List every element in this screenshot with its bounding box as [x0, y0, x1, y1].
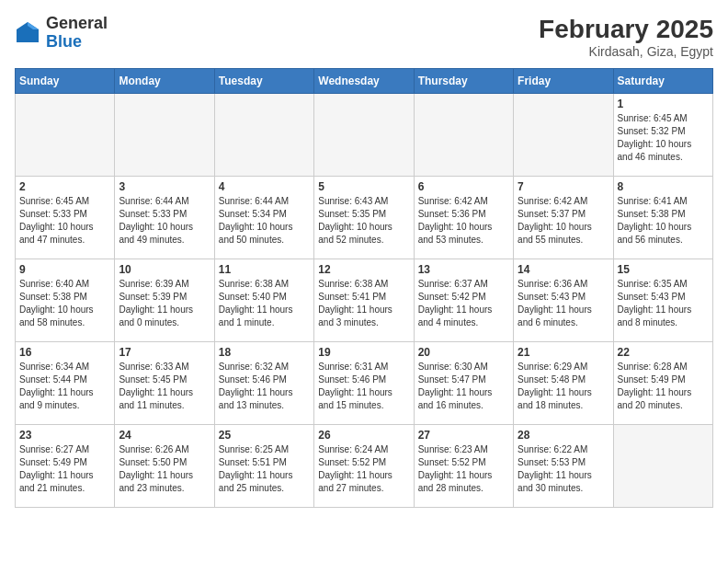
cell-details: Sunrise: 6:27 AM Sunset: 5:49 PM Dayligh… — [19, 443, 110, 495]
week-row-2: 2Sunrise: 6:45 AM Sunset: 5:33 PM Daylig… — [16, 177, 713, 259]
weekday-header-thursday: Thursday — [414, 69, 513, 94]
cell-details: Sunrise: 6:33 AM Sunset: 5:45 PM Dayligh… — [119, 361, 210, 412]
cell-details: Sunrise: 6:30 AM Sunset: 5:47 PM Dayligh… — [418, 361, 509, 412]
calendar-cell: 10Sunrise: 6:39 AM Sunset: 5:39 PM Dayli… — [115, 259, 214, 342]
weekday-header-row: SundayMondayTuesdayWednesdayThursdayFrid… — [16, 69, 713, 94]
calendar-cell: 2Sunrise: 6:45 AM Sunset: 5:33 PM Daylig… — [16, 177, 115, 259]
calendar-cell: 18Sunrise: 6:32 AM Sunset: 5:46 PM Dayli… — [214, 342, 313, 425]
week-row-1: 1Sunrise: 6:45 AM Sunset: 5:32 PM Daylig… — [16, 94, 713, 177]
logo-general-text: General — [46, 14, 108, 32]
day-number: 4 — [219, 180, 310, 193]
day-number: 10 — [119, 263, 210, 276]
cell-details: Sunrise: 6:45 AM Sunset: 5:32 PM Dayligh… — [618, 112, 709, 164]
cell-details: Sunrise: 6:25 AM Sunset: 5:51 PM Dayligh… — [219, 443, 310, 495]
day-number: 3 — [119, 180, 210, 193]
cell-details: Sunrise: 6:42 AM Sunset: 5:37 PM Dayligh… — [518, 195, 609, 247]
calendar-cell: 13Sunrise: 6:37 AM Sunset: 5:42 PM Dayli… — [414, 259, 513, 342]
location-text: Kirdasah, Giza, Egypt — [539, 44, 713, 59]
day-number: 9 — [19, 263, 110, 276]
cell-details: Sunrise: 6:35 AM Sunset: 5:43 PM Dayligh… — [618, 278, 709, 329]
day-number: 13 — [418, 263, 509, 276]
day-number: 27 — [418, 429, 509, 442]
page-header: General Blue February 2025 Kirdasah, Giz… — [15, 15, 713, 59]
calendar-cell: 21Sunrise: 6:29 AM Sunset: 5:48 PM Dayli… — [514, 342, 613, 425]
calendar-cell: 3Sunrise: 6:44 AM Sunset: 5:33 PM Daylig… — [115, 177, 214, 259]
day-number: 2 — [19, 180, 110, 193]
day-number: 21 — [518, 346, 609, 359]
day-number: 28 — [518, 429, 609, 442]
title-block: February 2025 Kirdasah, Giza, Egypt — [539, 15, 713, 59]
day-number: 20 — [418, 346, 509, 359]
calendar-cell: 19Sunrise: 6:31 AM Sunset: 5:46 PM Dayli… — [314, 342, 414, 425]
calendar-cell — [613, 425, 712, 508]
calendar-cell: 16Sunrise: 6:34 AM Sunset: 5:44 PM Dayli… — [16, 342, 115, 425]
day-number: 23 — [19, 429, 110, 442]
cell-details: Sunrise: 6:37 AM Sunset: 5:42 PM Dayligh… — [418, 278, 509, 329]
calendar-cell: 15Sunrise: 6:35 AM Sunset: 5:43 PM Dayli… — [613, 259, 712, 342]
logo-icon — [15, 20, 40, 46]
calendar-cell — [414, 94, 513, 177]
calendar-cell: 23Sunrise: 6:27 AM Sunset: 5:49 PM Dayli… — [16, 425, 115, 508]
day-number: 1 — [618, 98, 709, 110]
cell-details: Sunrise: 6:39 AM Sunset: 5:39 PM Dayligh… — [119, 278, 210, 329]
day-number: 14 — [518, 263, 609, 276]
week-row-3: 9Sunrise: 6:40 AM Sunset: 5:38 PM Daylig… — [16, 259, 713, 342]
weekday-header-sunday: Sunday — [16, 69, 115, 94]
day-number: 19 — [318, 346, 409, 359]
calendar-cell: 17Sunrise: 6:33 AM Sunset: 5:45 PM Dayli… — [115, 342, 214, 425]
calendar-cell: 22Sunrise: 6:28 AM Sunset: 5:49 PM Dayli… — [613, 342, 712, 425]
calendar-cell — [514, 94, 613, 177]
calendar-cell: 5Sunrise: 6:43 AM Sunset: 5:35 PM Daylig… — [314, 177, 414, 259]
day-number: 11 — [219, 263, 310, 276]
day-number: 6 — [418, 180, 509, 193]
day-number: 16 — [19, 346, 110, 359]
cell-details: Sunrise: 6:45 AM Sunset: 5:33 PM Dayligh… — [19, 195, 110, 247]
calendar-cell: 20Sunrise: 6:30 AM Sunset: 5:47 PM Dayli… — [414, 342, 513, 425]
weekday-header-wednesday: Wednesday — [314, 69, 414, 94]
calendar-cell: 4Sunrise: 6:44 AM Sunset: 5:34 PM Daylig… — [214, 177, 313, 259]
calendar-cell — [16, 94, 115, 177]
calendar-cell: 26Sunrise: 6:24 AM Sunset: 5:52 PM Dayli… — [314, 425, 414, 508]
weekday-header-monday: Monday — [115, 69, 214, 94]
month-title: February 2025 — [539, 15, 713, 44]
logo: General Blue — [15, 15, 108, 52]
cell-details: Sunrise: 6:36 AM Sunset: 5:43 PM Dayligh… — [518, 278, 609, 329]
calendar-cell: 9Sunrise: 6:40 AM Sunset: 5:38 PM Daylig… — [16, 259, 115, 342]
calendar-cell: 24Sunrise: 6:26 AM Sunset: 5:50 PM Dayli… — [115, 425, 214, 508]
day-number: 18 — [219, 346, 310, 359]
week-row-4: 16Sunrise: 6:34 AM Sunset: 5:44 PM Dayli… — [16, 342, 713, 425]
calendar-cell: 25Sunrise: 6:25 AM Sunset: 5:51 PM Dayli… — [214, 425, 313, 508]
cell-details: Sunrise: 6:42 AM Sunset: 5:36 PM Dayligh… — [418, 195, 509, 247]
day-number: 26 — [318, 429, 409, 442]
day-number: 25 — [219, 429, 310, 442]
day-number: 22 — [618, 346, 709, 359]
calendar-cell: 27Sunrise: 6:23 AM Sunset: 5:52 PM Dayli… — [414, 425, 513, 508]
cell-details: Sunrise: 6:34 AM Sunset: 5:44 PM Dayligh… — [19, 361, 110, 412]
cell-details: Sunrise: 6:38 AM Sunset: 5:41 PM Dayligh… — [318, 278, 409, 329]
cell-details: Sunrise: 6:38 AM Sunset: 5:40 PM Dayligh… — [219, 278, 310, 329]
cell-details: Sunrise: 6:22 AM Sunset: 5:53 PM Dayligh… — [518, 443, 609, 495]
week-row-5: 23Sunrise: 6:27 AM Sunset: 5:49 PM Dayli… — [16, 425, 713, 508]
day-number: 24 — [119, 429, 210, 442]
cell-details: Sunrise: 6:24 AM Sunset: 5:52 PM Dayligh… — [318, 443, 409, 495]
day-number: 5 — [318, 180, 409, 193]
logo-text: General Blue — [46, 15, 108, 52]
cell-details: Sunrise: 6:41 AM Sunset: 5:38 PM Dayligh… — [618, 195, 709, 247]
weekday-header-friday: Friday — [514, 69, 613, 94]
calendar-cell: 1Sunrise: 6:45 AM Sunset: 5:32 PM Daylig… — [613, 94, 712, 177]
day-number: 12 — [318, 263, 409, 276]
weekday-header-saturday: Saturday — [613, 69, 712, 94]
calendar-cell: 8Sunrise: 6:41 AM Sunset: 5:38 PM Daylig… — [613, 177, 712, 259]
calendar-cell: 28Sunrise: 6:22 AM Sunset: 5:53 PM Dayli… — [514, 425, 613, 508]
cell-details: Sunrise: 6:40 AM Sunset: 5:38 PM Dayligh… — [19, 278, 110, 329]
cell-details: Sunrise: 6:29 AM Sunset: 5:48 PM Dayligh… — [518, 361, 609, 412]
day-number: 8 — [618, 180, 709, 193]
calendar-cell: 11Sunrise: 6:38 AM Sunset: 5:40 PM Dayli… — [214, 259, 313, 342]
calendar-cell: 14Sunrise: 6:36 AM Sunset: 5:43 PM Dayli… — [514, 259, 613, 342]
calendar-cell: 6Sunrise: 6:42 AM Sunset: 5:36 PM Daylig… — [414, 177, 513, 259]
day-number: 7 — [518, 180, 609, 193]
calendar-cell — [214, 94, 313, 177]
cell-details: Sunrise: 6:23 AM Sunset: 5:52 PM Dayligh… — [418, 443, 509, 495]
cell-details: Sunrise: 6:28 AM Sunset: 5:49 PM Dayligh… — [618, 361, 709, 412]
weekday-header-tuesday: Tuesday — [214, 69, 313, 94]
